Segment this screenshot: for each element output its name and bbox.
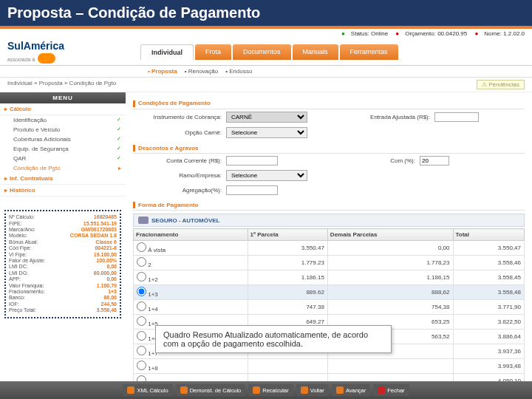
frac-radio[interactable] <box>137 361 146 370</box>
frac-radio[interactable] <box>137 272 146 282</box>
conta-input[interactable] <box>226 156 278 166</box>
section-descontos: Descontos e Agravos <box>133 143 525 154</box>
table-row[interactable]: 1+4747.38754,383.771,90 <box>134 300 525 315</box>
menu-item-equip[interactable]: Equip. de Segurança✓ <box>0 144 126 154</box>
status-bar: ●Status: Online ●Orçamento: 00.0420.95 ●… <box>0 29 532 38</box>
frac-radio[interactable] <box>137 287 146 296</box>
summary-row: Fator de Ajuste:100,00% <box>9 258 117 264</box>
ramo-label: Ramo/Empresa: <box>133 172 222 179</box>
table-row[interactable]: 1+3889.62888,623.558,48 <box>134 285 525 300</box>
ing-icon <box>38 53 55 64</box>
tab-ferramentas[interactable]: Ferramentas <box>340 44 398 60</box>
menu-group-contratuais[interactable]: ▸Inf. Contratuais <box>0 173 126 185</box>
instrumento-select[interactable]: CARNÊ <box>226 112 307 123</box>
breadcrumb-row: Individual » Proposta » Condição de Pgto… <box>0 78 532 92</box>
seguro-band: SEGURO - AUTOMÓVEL <box>133 214 525 227</box>
frac-radio[interactable] <box>137 316 146 326</box>
status-nome: Nome: 1.2.02.0 <box>484 30 525 37</box>
footer-recalc-button[interactable]: Recalcular <box>248 384 293 396</box>
frac-radio[interactable] <box>137 331 146 341</box>
status-orcamento: Orçamento: 00.0420.95 <box>405 30 467 37</box>
subtab-proposta[interactable]: • Proposta <box>148 68 177 75</box>
opcao-label: Opção Carnê: <box>133 129 222 136</box>
summary-row: LMI DG:80.000,00 <box>9 270 117 276</box>
summary-row: Nº Cálculo:16820485 <box>9 214 117 220</box>
th-tot: Total <box>453 229 524 241</box>
refresh-icon <box>253 386 260 394</box>
footer-fechar-button[interactable]: Fechar <box>373 384 409 396</box>
summary-row: Modelo:CORSA SEDAN 1.8 <box>9 233 117 239</box>
header: SulAmérica associada à Individual Frota … <box>0 38 532 66</box>
subtab-renovacao[interactable]: • Renovação <box>185 68 219 75</box>
sidebar: MENU ▸Cálculo Identificação✓ Produto e V… <box>0 92 126 392</box>
menu-item-identificacao[interactable]: Identificação✓ <box>0 115 126 125</box>
summary-row: Bônus Atual:Classe 6 <box>9 239 117 245</box>
tab-frota[interactable]: Frota <box>195 44 231 60</box>
summary-row: LMI DC:0,00 <box>9 264 117 270</box>
doc-icon <box>180 386 188 394</box>
footer-demonst-button[interactable]: Demonst. de Cálculo <box>176 384 246 396</box>
close-icon <box>378 386 385 394</box>
entrada-input[interactable] <box>434 112 479 122</box>
menu-item-coberturas[interactable]: Coberturas Adicionais✓ <box>0 134 126 144</box>
frac-radio[interactable] <box>137 346 146 355</box>
table-row[interactable]: 21.779.231.778,233.558,46 <box>134 256 525 270</box>
main-tabs: Individual Frota Documentos Manuais Ferr… <box>140 44 398 60</box>
logo-assoc: associada à <box>7 57 35 62</box>
car-icon <box>138 216 149 224</box>
menu-item-produto[interactable]: Produto e Veículo✓ <box>0 125 126 134</box>
status-online: Status: Online <box>351 30 388 37</box>
summary-box: Nº Cálculo:16820485FIPE:15.551.541-19Mar… <box>4 210 121 318</box>
payment-table: Fracionamento 1º Parcela Demais Parcelas… <box>133 228 525 389</box>
arrow-right-icon <box>336 386 344 394</box>
menu-item-condicao[interactable]: Condição de Pgto▸ <box>0 163 126 173</box>
doc-icon <box>127 386 134 394</box>
footer-avancar-button[interactable]: Avançar <box>332 384 370 396</box>
summary-row: Fracionamento:1+3 <box>9 289 117 295</box>
conta-label: Conta Corrente (R$): <box>133 157 222 164</box>
opcao-select[interactable]: Selecione <box>226 127 307 138</box>
logo-brand: SulAmérica <box>7 40 64 52</box>
subtab-endosso[interactable]: • Endosso <box>225 68 252 75</box>
com-input[interactable] <box>420 156 449 166</box>
arrow-left-icon <box>301 386 308 394</box>
summary-row: Marca/Ano:GM/001720803 <box>9 227 117 233</box>
section-condicoes: Condições de Pagamento <box>133 98 525 109</box>
menu-header: MENU <box>0 92 126 103</box>
entrada-label: Entrada Ajustada (R$): <box>341 114 430 120</box>
summary-row: VI Fipe:19.100,00 <box>9 252 117 258</box>
summary-row: Banco:88,00 <box>9 295 117 301</box>
frac-radio[interactable] <box>137 242 146 252</box>
menu-item-qar[interactable]: QAR✓ <box>0 154 126 163</box>
summary-row: Cód Fipe:004221-8 <box>9 245 117 251</box>
th-p1: 1º Parcela <box>248 229 327 241</box>
sub-tabs: • Proposta • Renovação • Endosso <box>0 66 532 78</box>
summary-row: APP:0,00 <box>9 276 117 282</box>
summary-row: Preço Total:3.558,48 <box>9 307 117 313</box>
table-row[interactable]: À vista3.550.470,003.550,47 <box>134 241 525 256</box>
agregacao-input[interactable] <box>226 185 278 195</box>
footer-xml-button[interactable]: XML Cálculo <box>123 384 172 396</box>
menu-group-calculo[interactable]: ▸Cálculo <box>0 103 126 115</box>
footer-bar: XML Cálculo Demonst. de Cálculo Recalcul… <box>0 381 532 399</box>
table-row[interactable]: 1+21.186.151.186,153.558,45 <box>134 270 525 285</box>
th-frac: Fracionamento <box>134 229 248 241</box>
summary-row: Valor Franquia:1.100,79 <box>9 283 117 289</box>
section-forma: Forma de Pagamento <box>133 200 525 211</box>
callout-box: Quadro Resumo Atualizado automaticamente… <box>155 325 392 353</box>
com-label: Com (%): <box>371 157 415 164</box>
tab-manuais[interactable]: Manuais <box>293 44 338 60</box>
logo: SulAmérica associada à <box>7 40 126 64</box>
menu-group-historico[interactable]: ▸Histórico <box>0 185 126 197</box>
summary-row: IOF:244,50 <box>9 301 117 307</box>
tab-individual[interactable]: Individual <box>140 44 194 60</box>
table-row[interactable]: 1+83.993,48 <box>134 359 525 374</box>
th-pd: Demais Parcelas <box>327 229 453 241</box>
tab-documentos[interactable]: Documentos <box>233 44 291 60</box>
pendencias-button[interactable]: ⚠ Pendências <box>477 80 525 89</box>
frac-radio[interactable] <box>137 301 146 311</box>
frac-radio[interactable] <box>137 257 146 267</box>
breadcrumb: Individual » Proposta » Condição de Pgto <box>7 80 116 89</box>
footer-voltar-button[interactable]: Voltar <box>296 384 329 396</box>
ramo-select[interactable]: Selecione <box>226 170 307 181</box>
